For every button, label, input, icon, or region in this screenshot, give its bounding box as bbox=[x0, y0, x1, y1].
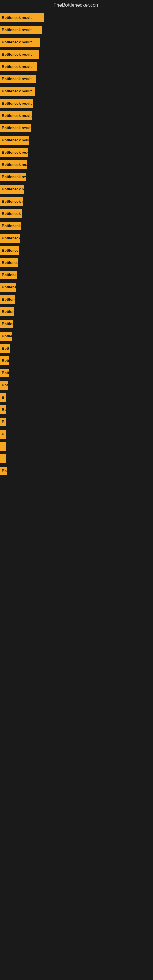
bar-item: Bott bbox=[0, 344, 10, 353]
bar-item: Bottleneck result bbox=[0, 99, 33, 108]
bar-label: Bott bbox=[2, 359, 9, 363]
bars-container: Bottleneck resultBottleneck resultBottle… bbox=[0, 10, 153, 482]
bar-row: Bottleneck result bbox=[0, 124, 153, 132]
bar-label: Bottleneck result bbox=[2, 65, 32, 69]
bar-label: Bottleneck result bbox=[2, 126, 30, 130]
bar-row: Bottleneck result bbox=[0, 87, 153, 95]
bar-item bbox=[0, 455, 6, 463]
bar-item: B bbox=[0, 393, 6, 402]
bar-label: Bottleneck result bbox=[2, 187, 24, 191]
bar-label: Bottleneck resu bbox=[2, 236, 20, 240]
bar-row: Bottleneck result bbox=[0, 283, 153, 291]
bar-row bbox=[0, 442, 153, 451]
bar-row: B bbox=[0, 418, 153, 426]
bar-row: Bottleneck result bbox=[0, 161, 153, 169]
bar-label: Bottleneck result bbox=[2, 101, 32, 106]
bar-label: Bottle bbox=[2, 334, 12, 339]
bar-row: Bottleneck result bbox=[0, 136, 153, 145]
bar-row: Bottleneck result bbox=[0, 75, 153, 83]
bar-item bbox=[0, 442, 6, 451]
bar-item: Bo bbox=[0, 467, 7, 475]
bar-item: Bottleneck result bbox=[0, 26, 42, 34]
bar-row: Bottleneck result bbox=[0, 197, 153, 206]
bar-item: Bottleneck result bbox=[0, 87, 35, 95]
bar-label: Bottleneck res bbox=[2, 273, 17, 277]
bar-item: Bottleneck r bbox=[0, 246, 19, 255]
bar-row: Bo bbox=[0, 467, 153, 475]
bar-row: Bottleneck r bbox=[0, 246, 153, 255]
bar-label: Bottleneck result bbox=[2, 212, 22, 216]
bar-row: Bottleneck resu bbox=[0, 234, 153, 243]
bar-label: Bottleneck result bbox=[2, 114, 32, 118]
bar-row: Bottleneck resu bbox=[0, 307, 153, 316]
bar-item: Bottleneck result bbox=[0, 185, 24, 194]
bar-row: B bbox=[0, 430, 153, 439]
bar-label: B bbox=[2, 432, 5, 436]
bar-row bbox=[0, 455, 153, 463]
bar-row: Bo bbox=[0, 406, 153, 414]
bar-row: Bottleneck resu bbox=[0, 258, 153, 267]
bar-row: Bott bbox=[0, 356, 153, 365]
bar-item: Bottleneck result bbox=[0, 111, 32, 120]
bar-label: Bottlen bbox=[2, 371, 9, 375]
bar-item: Bo bbox=[0, 406, 6, 414]
bar-label: Bottleneck result bbox=[2, 224, 21, 228]
bar-row: Bottleneck result bbox=[0, 210, 153, 218]
bar-row: Bottleneck result bbox=[0, 173, 153, 181]
bar-item: Bottlen bbox=[0, 369, 9, 377]
bar-label: B bbox=[2, 420, 5, 424]
bar-label: Bo bbox=[2, 469, 7, 473]
bar-item: Bottleneck result bbox=[0, 38, 40, 46]
bar-label: Bottleneck result bbox=[2, 16, 32, 20]
bar-item: Bot bbox=[0, 381, 8, 390]
bar-row: Bottle bbox=[0, 332, 153, 340]
bar-item: Bottle bbox=[0, 332, 12, 340]
bar-label: Bottleneck result bbox=[2, 199, 23, 204]
bar-row: Bottleneck result bbox=[0, 222, 153, 230]
bar-row: Bottleneck result bbox=[0, 99, 153, 108]
bar-label: Bottleneck result bbox=[2, 40, 32, 45]
bar-item: B bbox=[0, 430, 6, 439]
bar-item: Bottleneck resu bbox=[0, 307, 14, 316]
bar-row: Bottleneck result bbox=[0, 62, 153, 71]
bar-item: Bottlen bbox=[0, 320, 13, 328]
bar-label: Bottleneck r bbox=[2, 248, 19, 253]
bar-item: Bottleneck result bbox=[0, 222, 21, 230]
bar-item: Bottleneck result bbox=[0, 50, 39, 59]
bar-label: Bottleneck resu bbox=[2, 310, 14, 314]
bar-item: Bottleneck result bbox=[0, 173, 26, 181]
bar-row: Bottleneck bbox=[0, 295, 153, 304]
bar-item: Bottleneck result bbox=[0, 197, 23, 206]
bar-item: Bottleneck resu bbox=[0, 234, 20, 243]
bar-label: Bott bbox=[2, 346, 9, 351]
bar-item: Bottleneck res bbox=[0, 271, 17, 279]
bar-row: Bottleneck result bbox=[0, 185, 153, 194]
bar-label: Bottleneck resu bbox=[2, 261, 18, 265]
bar-label: Bottleneck bbox=[2, 298, 15, 302]
bar-item: Bottleneck resu bbox=[0, 258, 18, 267]
bar-item: Bottleneck result bbox=[0, 210, 22, 218]
bar-label: Bottleneck result bbox=[2, 138, 29, 142]
bar-row: Bottleneck result bbox=[0, 148, 153, 157]
bar-label: Bottlen bbox=[2, 322, 13, 326]
bar-item: Bottleneck result bbox=[0, 283, 16, 291]
bar-label: Bottleneck result bbox=[2, 285, 16, 290]
bar-label: Bot bbox=[2, 383, 8, 387]
bar-row: Bottleneck result bbox=[0, 13, 153, 22]
bar-item: Bottleneck result bbox=[0, 136, 29, 145]
bar-row: Bott bbox=[0, 344, 153, 353]
bar-item: Bottleneck bbox=[0, 295, 15, 304]
bar-row: Bottleneck result bbox=[0, 38, 153, 46]
bar-row: Bottlen bbox=[0, 320, 153, 328]
bar-label: Bo bbox=[2, 407, 6, 412]
bar-label: Bottleneck result bbox=[2, 175, 26, 179]
bar-row: Bottlen bbox=[0, 369, 153, 377]
bar-row: Bot bbox=[0, 381, 153, 390]
bar-item: B bbox=[0, 418, 6, 426]
bar-item: Bottleneck result bbox=[0, 75, 36, 83]
bar-row: Bottleneck result bbox=[0, 50, 153, 59]
bar-label: Bottleneck result bbox=[2, 162, 27, 167]
bar-label: Bottleneck result bbox=[2, 150, 28, 155]
bar-item: Bottleneck result bbox=[0, 124, 30, 132]
bar-label: Bottleneck result bbox=[2, 52, 32, 57]
